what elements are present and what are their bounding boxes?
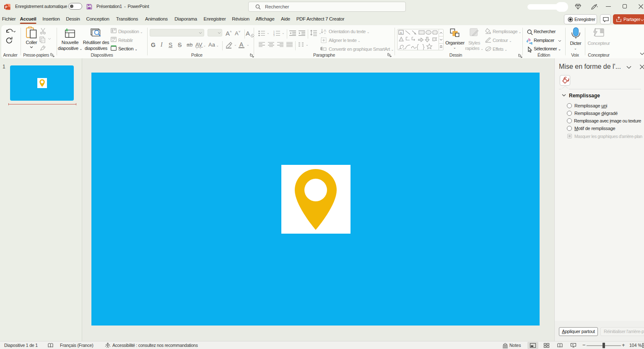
svg-text:3: 3 — [273, 34, 275, 36]
svg-text:A: A — [400, 31, 402, 35]
svg-text:c: c — [531, 41, 533, 45]
svg-text:A: A — [324, 29, 326, 33]
svg-text:P: P — [5, 5, 8, 9]
